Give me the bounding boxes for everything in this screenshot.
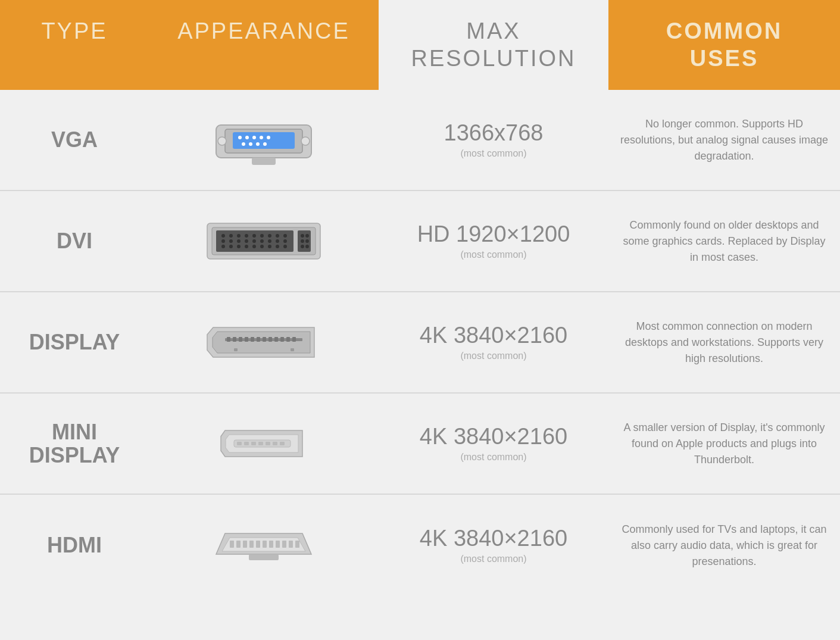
- dvi-type-label: DVI: [0, 191, 149, 291]
- svg-rect-91: [295, 541, 299, 548]
- svg-rect-92: [249, 554, 279, 560]
- svg-rect-85: [256, 541, 260, 548]
- mini-display-resolution-main: 4K 3840×2160: [420, 424, 567, 449]
- svg-point-36: [221, 245, 225, 248]
- svg-rect-86: [263, 541, 267, 548]
- display-type-label: DISPLAY: [0, 292, 149, 392]
- svg-rect-68: [291, 348, 294, 351]
- dvi-icon: [201, 214, 326, 268]
- svg-rect-56: [233, 337, 236, 342]
- mini-display-type-label: MINI DISPLAY: [0, 394, 149, 494]
- svg-point-42: [268, 245, 271, 248]
- svg-rect-64: [280, 337, 284, 342]
- vga-icon: [204, 110, 323, 170]
- display-uses: Most common connection on modern desktop…: [608, 292, 840, 392]
- svg-point-48: [301, 239, 304, 243]
- hdmi-resolution: 4K 3840×2160 (most common): [379, 495, 608, 596]
- svg-point-44: [283, 245, 287, 248]
- display-resolution-main: 4K 3840×2160: [420, 323, 567, 348]
- hdmi-appearance: [149, 495, 379, 596]
- svg-point-30: [245, 239, 248, 243]
- svg-point-40: [252, 245, 256, 248]
- vga-resolution-sub: (most common): [460, 148, 526, 159]
- svg-point-43: [276, 245, 279, 248]
- svg-rect-90: [289, 541, 293, 548]
- mini-display-appearance: [149, 394, 379, 494]
- svg-point-46: [301, 234, 304, 238]
- mini-display-resolution-sub: (most common): [460, 452, 526, 463]
- svg-rect-74: [251, 442, 256, 445]
- svg-point-31: [252, 239, 256, 243]
- svg-marker-53: [213, 332, 310, 353]
- vga-appearance: [149, 90, 379, 190]
- hdmi-uses: Commonly used for TVs and laptops, it ca…: [608, 495, 840, 596]
- svg-point-13: [301, 137, 310, 145]
- svg-point-35: [283, 239, 287, 243]
- dvi-uses: Commonly found on older desktops and som…: [608, 191, 840, 291]
- hdmi-icon: [207, 522, 320, 569]
- svg-rect-60: [257, 337, 260, 342]
- svg-point-20: [237, 234, 241, 238]
- svg-rect-83: [243, 541, 247, 548]
- svg-point-5: [252, 136, 256, 139]
- svg-point-50: [301, 245, 304, 248]
- svg-point-9: [249, 142, 252, 146]
- header-resolution: MAX RESOLUTION: [379, 0, 608, 90]
- row-vga: VGA: [0, 90, 840, 191]
- svg-point-32: [260, 239, 264, 243]
- svg-point-12: [218, 137, 226, 145]
- svg-point-18: [221, 234, 225, 238]
- row-display: DISPLAY: [0, 292, 840, 394]
- svg-point-47: [305, 234, 309, 238]
- header-type: TYPE: [0, 0, 149, 90]
- mini-display-uses: A smaller version of Display, it's commo…: [608, 394, 840, 494]
- display-appearance: [149, 292, 379, 392]
- svg-point-4: [245, 136, 249, 139]
- main-table: TYPE APPEARANCE MAX RESOLUTION COMMON US…: [0, 0, 840, 640]
- svg-rect-82: [236, 541, 241, 548]
- svg-rect-61: [263, 337, 266, 342]
- header-appearance: APPEARANCE: [149, 0, 379, 90]
- svg-point-7: [267, 136, 270, 139]
- svg-rect-73: [244, 442, 249, 445]
- svg-rect-55: [227, 337, 230, 342]
- dvi-resolution-main: HD 1920×1200: [417, 222, 570, 247]
- svg-rect-65: [286, 337, 290, 342]
- hdmi-resolution-main: 4K 3840×2160: [420, 526, 567, 551]
- svg-rect-63: [274, 337, 278, 342]
- hdmi-type-label: HDMI: [0, 495, 149, 596]
- svg-point-38: [237, 245, 241, 248]
- mini-display-resolution: 4K 3840×2160 (most common): [379, 394, 608, 494]
- svg-rect-78: [280, 442, 285, 445]
- svg-point-25: [276, 234, 279, 238]
- row-mini-display: MINI DISPLAY 4K 3840×2160 (most com: [0, 394, 840, 495]
- display-resolution-sub: (most common): [460, 351, 526, 361]
- svg-rect-76: [266, 442, 270, 445]
- header-row: TYPE APPEARANCE MAX RESOLUTION COMMON US…: [0, 0, 840, 90]
- svg-point-23: [260, 234, 264, 238]
- svg-rect-84: [249, 541, 254, 548]
- vga-resolution: 1366x768 (most common): [379, 90, 608, 190]
- svg-point-39: [245, 245, 248, 248]
- dvi-resolution-sub: (most common): [460, 249, 526, 260]
- svg-point-8: [242, 142, 245, 146]
- row-hdmi: HDMI: [0, 495, 840, 596]
- svg-rect-62: [268, 337, 272, 342]
- svg-rect-81: [230, 541, 234, 548]
- svg-rect-2: [233, 132, 295, 149]
- dvi-appearance: [149, 191, 379, 291]
- svg-point-26: [283, 234, 287, 238]
- hdmi-resolution-sub: (most common): [460, 554, 526, 564]
- svg-point-29: [237, 239, 241, 243]
- row-dvi: DVI: [0, 191, 840, 292]
- svg-rect-72: [237, 442, 242, 445]
- svg-rect-14: [252, 158, 276, 165]
- vga-type-label: VGA: [0, 90, 149, 190]
- svg-point-49: [305, 239, 309, 243]
- svg-point-11: [263, 142, 267, 146]
- svg-point-3: [238, 136, 242, 139]
- displayport-icon: [204, 316, 323, 369]
- svg-point-6: [260, 136, 263, 139]
- svg-point-27: [221, 239, 225, 243]
- display-resolution: 4K 3840×2160 (most common): [379, 292, 608, 392]
